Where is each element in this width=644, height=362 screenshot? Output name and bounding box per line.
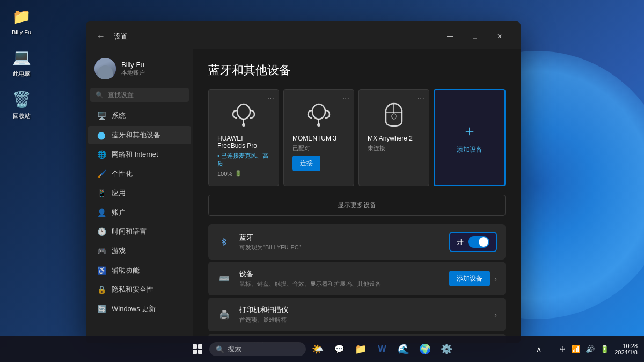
avatar-inner: [94, 58, 116, 79]
taskbar: 🔍 搜索 🌤️ 💬 📁 W 🌊 🌍 ⚙️ ∧ — 中 📶 🔊 🔋 10:28: [0, 336, 644, 362]
volume-icon[interactable]: 🔊: [583, 344, 597, 354]
sidebar-item-privacy[interactable]: 🔒 隐私和安全性: [88, 280, 191, 299]
computer-label: 此电脑: [13, 70, 31, 78]
bluetooth-toggle-container: 开: [449, 232, 497, 252]
user-type: 本地账户: [121, 69, 185, 77]
back-button[interactable]: ←: [94, 29, 107, 43]
devices-row[interactable]: ⌨️ 设备 鼠标、键盘、触摸、音效、显示器和扩展坞、其他设备 添加设备 ›: [208, 262, 506, 295]
folder-icon: 📁: [11, 5, 32, 27]
sidebar-item-personalization[interactable]: 🖌️ 个性化: [88, 165, 191, 183]
freebuds-icon: [217, 98, 270, 130]
battery-taskbar-icon[interactable]: 🔋: [598, 344, 611, 354]
mx-icon: [368, 98, 420, 130]
add-plus-icon: ＋: [462, 121, 477, 141]
chevron-right-icon: ›: [494, 275, 497, 283]
sidebar-item-label: 时间和语言: [112, 227, 147, 237]
devices-right: 添加设备 ›: [449, 271, 497, 286]
svg-point-8: [392, 114, 396, 119]
desktop-icon-recycle[interactable]: 🗑️ 回收站: [5, 88, 38, 120]
system-icon: 🖥️: [97, 111, 106, 121]
user-name: Billy Fu: [121, 61, 185, 69]
sidebar-item-label: 系统: [112, 111, 126, 121]
add-device-card[interactable]: ＋ 添加设备: [434, 89, 506, 186]
printers-title: 打印机和扫描仪: [239, 305, 487, 315]
minimize-button[interactable]: —: [438, 28, 463, 45]
sidebar-item-apps[interactable]: 📱 应用: [88, 184, 191, 202]
bluetooth-row-icon: [217, 234, 232, 249]
sidebar-item-windows-update[interactable]: 🔄 Windows 更新: [88, 300, 191, 318]
card-menu-icon[interactable]: ···: [418, 94, 425, 104]
taskbar-time[interactable]: 10:28 2024/1/8: [614, 343, 638, 356]
bluetooth-toggle-box[interactable]: 开: [449, 232, 497, 252]
computer-icon: 💻: [11, 46, 32, 68]
close-button[interactable]: ✕: [487, 28, 512, 45]
card-menu-icon[interactable]: ···: [342, 94, 349, 104]
settings-sections: ⌨️ 设备 鼠标、键盘、触摸、音效、显示器和扩展坞、其他设备 添加设备 ›: [208, 262, 506, 343]
sidebar-item-label: 游戏: [112, 246, 126, 256]
time-icon: 🕐: [97, 227, 106, 237]
sidebar-item-label: 个性化: [112, 169, 133, 179]
sidebar-item-label: 账户: [112, 208, 126, 217]
sidebar-item-time[interactable]: 🕐 时间和语言: [88, 223, 191, 241]
sidebar-item-network[interactable]: 🌐 网络和 Internet: [88, 145, 191, 164]
connect-button[interactable]: 连接: [292, 156, 320, 171]
mx-name: MX Anywhere 2: [368, 135, 420, 142]
svg-point-5: [317, 123, 320, 127]
taskbar-minimize-icon[interactable]: —: [545, 344, 557, 354]
maximize-button[interactable]: □: [463, 28, 487, 45]
printers-row[interactable]: 🖨️ 打印机和扫描仪 首选项、疑难解答 ›: [208, 298, 506, 331]
section-printers: 🖨️ 打印机和扫描仪 首选项、疑难解答 ›: [208, 298, 506, 331]
chevron-right-icon: ›: [494, 311, 497, 319]
update-icon: 🔄: [97, 304, 106, 314]
taskbar-chat[interactable]: 💬: [330, 339, 349, 359]
taskbar-edge[interactable]: 🌊: [394, 339, 413, 359]
window-title: 设置: [114, 32, 128, 41]
toggle-thumb: [479, 237, 488, 247]
taskbar-widgets[interactable]: 🌤️: [308, 339, 327, 359]
folder-label: Billy Fu: [12, 29, 31, 35]
desktop-icon-computer[interactable]: 💻 此电脑: [5, 46, 38, 78]
sidebar-item-accessibility[interactable]: ♿ 辅助功能: [88, 261, 191, 279]
device-card-mx[interactable]: ··· MX Anywhere 2 未连接: [358, 89, 429, 186]
devices-add-button[interactable]: 添加设备: [449, 271, 490, 286]
printer-icon: 🖨️: [217, 307, 232, 322]
taskbar-word[interactable]: W: [372, 339, 392, 359]
bluetooth-row[interactable]: 蓝牙 可发现为"BILLYFU-PC" 开: [208, 224, 506, 260]
devices-text: 设备 鼠标、键盘、触摸、音效、显示器和扩展坞、其他设备: [239, 269, 442, 288]
device-card-momentum[interactable]: ··· MOMENTUM 3 已配对 连接: [283, 89, 354, 186]
window-controls: — □ ✕: [438, 28, 512, 45]
bluetooth-toggle[interactable]: [468, 236, 489, 248]
network-taskbar-icon[interactable]: 📶: [569, 344, 582, 354]
sidebar-item-bluetooth[interactable]: ⬤ 蓝牙和其他设备: [88, 126, 191, 144]
sidebar-item-gaming[interactable]: 🎮 游戏: [88, 242, 191, 260]
taskbar-search[interactable]: 🔍 搜索: [209, 342, 306, 356]
taskbar-search-icon: 🔍: [216, 345, 224, 353]
accessibility-icon: ♿: [97, 265, 106, 275]
chevron-up-icon[interactable]: ∧: [534, 344, 544, 354]
settings-body: Billy Fu 本地账户 🔍 🖥️ 系统 ⬤ 蓝牙和其他设备: [86, 49, 521, 343]
sys-tray-icons: ∧ — 中 📶 🔊 🔋: [534, 344, 611, 354]
svg-rect-12: [198, 344, 202, 349]
desktop-icon-folder[interactable]: 📁 Billy Fu: [5, 5, 38, 35]
start-button[interactable]: [188, 339, 207, 359]
user-profile[interactable]: Billy Fu 本地账户: [86, 54, 193, 88]
network-icon: 🌐: [97, 150, 106, 159]
taskbar-right: ∧ — 中 📶 🔊 🔋 10:28 2024/1/8: [534, 343, 638, 356]
title-bar-left: ← 设置: [94, 29, 128, 43]
device-card-freebuds[interactable]: ··· HUAWEI FreeBuds Pro • 已连接麦克风、高质: [208, 89, 279, 186]
battery-icon: 🔋: [235, 170, 242, 177]
keyboard-icon: ⌨️: [217, 271, 232, 286]
printers-subtitle: 首选项、疑难解答: [239, 316, 487, 324]
mx-status: 未连接: [368, 144, 420, 152]
ime-icon[interactable]: 中: [558, 344, 568, 354]
taskbar-chrome[interactable]: 🌍: [415, 339, 435, 359]
freebuds-name: HUAWEI FreeBuds Pro: [217, 135, 270, 150]
search-input[interactable]: [108, 91, 188, 99]
main-content: 蓝牙和其他设备 ···: [193, 49, 521, 343]
taskbar-settings[interactable]: ⚙️: [437, 339, 456, 359]
sidebar-item-system[interactable]: 🖥️ 系统: [88, 107, 191, 125]
card-menu-icon[interactable]: ···: [267, 94, 274, 104]
sidebar-item-accounts[interactable]: 👤 账户: [88, 203, 191, 221]
taskbar-file-explorer[interactable]: 📁: [351, 339, 370, 359]
show-more-devices[interactable]: 显示更多设备: [208, 195, 506, 216]
